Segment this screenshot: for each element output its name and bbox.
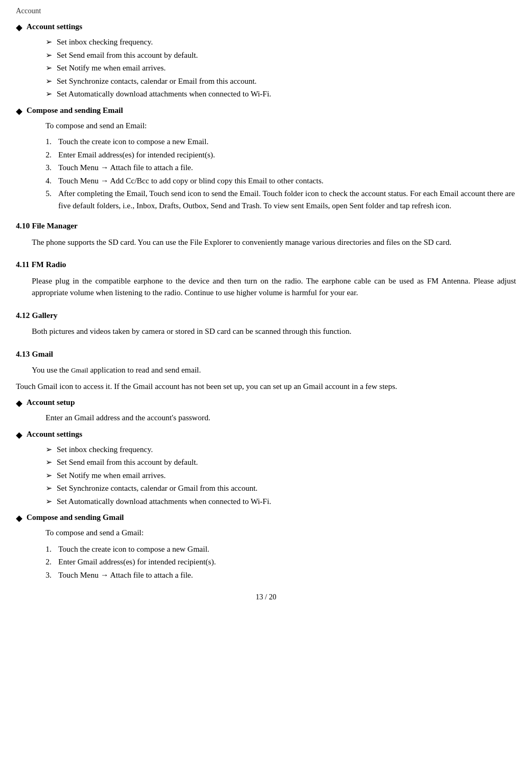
top-label: Account: [16, 5, 516, 16]
fm-radio-heading: 4.11 FM Radio: [16, 252, 516, 273]
compose-email-section: ◆ Compose and sending Email: [16, 104, 516, 118]
account-settings-title-1: Account settings: [26, 21, 82, 33]
list-text: Set Automatically download attachments w…: [57, 88, 271, 100]
list-text: Set Send email from this account by defa…: [57, 456, 198, 468]
section-title: Gmail: [32, 348, 53, 360]
diamond-icon-1: ◆: [16, 21, 22, 34]
list-item: 1.Touch the create icon to compose a new…: [46, 543, 516, 555]
account-settings-list-2: ➢Set inbox checking frequency. ➢Set Send…: [46, 444, 516, 508]
step-text: After completing the Email, Touch send i…: [58, 188, 516, 211]
section-title: FM Radio: [31, 259, 66, 271]
step-text: Touch the create icon to compose a new G…: [58, 543, 209, 555]
step-text: Touch Menu → Add Cc/Bcc to add copy or b…: [58, 175, 324, 187]
step-num: 1.: [46, 136, 58, 148]
page-footer: 13 / 20: [16, 591, 516, 603]
arrow-icon: ➢: [46, 470, 52, 482]
file-manager-heading: 4.10 File Manager: [16, 214, 516, 234]
arrow-icon: ➢: [46, 49, 52, 61]
step-num: 3.: [46, 162, 58, 174]
account-setup-section: ◆ Account setup: [16, 396, 516, 410]
list-item: ➢Set Notify me when email arrives.: [46, 62, 516, 74]
gallery-para: Both pictures and videos taken by camera…: [32, 325, 516, 338]
list-item: 1.Touch the create icon to compose a new…: [46, 136, 516, 148]
compose-email-intro: To compose and send an Email:: [46, 120, 516, 132]
list-item: 4.Touch Menu → Add Cc/Bcc to add copy or…: [46, 175, 516, 187]
list-item: ➢Set Notify me when email arrives.: [46, 470, 516, 482]
arrow-icon: ➢: [46, 456, 52, 468]
file-manager-para: The phone supports the SD card. You can …: [32, 236, 516, 249]
arrow-icon: ➢: [46, 482, 52, 494]
list-text: Set inbox checking frequency.: [57, 444, 153, 456]
list-item: ➢Set Send email from this account by def…: [46, 49, 516, 61]
list-item: ➢Set Send email from this account by def…: [46, 456, 516, 468]
diamond-icon-4: ◆: [16, 429, 22, 441]
diamond-icon-2: ◆: [16, 105, 22, 118]
list-item: 3.Touch Menu → Attach file to attach a f…: [46, 569, 516, 581]
list-item: 2.Enter Gmail address(es) for intended r…: [46, 556, 516, 568]
gmail-para-1: You use the Gmail application to read an…: [32, 364, 516, 376]
list-item: 5.After completing the Email, Touch send…: [46, 188, 516, 211]
gmail-para-2: Touch Gmail icon to access it. If the Gm…: [16, 381, 516, 393]
step-num: 4.: [46, 175, 58, 187]
step-num: 2.: [46, 149, 58, 161]
account-setup-intro: Enter an Gmail address and the account's…: [46, 412, 516, 424]
step-text: Touch Menu → Attach file to attach a fil…: [58, 569, 193, 581]
step-text: Enter Email address(es) for intended rec…: [58, 149, 215, 161]
step-num: 5.: [46, 188, 58, 200]
arrow-icon: ➢: [46, 444, 52, 456]
account-settings-title-2: Account settings: [26, 428, 82, 440]
list-text: Set inbox checking frequency.: [57, 36, 153, 48]
list-item: ➢Set inbox checking frequency.: [46, 36, 516, 48]
list-text: Set Synchronize contacts, calendar or Gm…: [57, 482, 258, 494]
list-item: ➢Set Synchronize contacts, calendar or E…: [46, 75, 516, 87]
step-text: Enter Gmail address(es) for intended rec…: [58, 556, 216, 568]
list-item: ➢Set inbox checking frequency.: [46, 444, 516, 456]
list-item: ➢Set Automatically download attachments …: [46, 496, 516, 508]
gallery-heading: 4.12 Gallery: [16, 303, 516, 324]
arrow-icon: ➢: [46, 75, 52, 87]
list-item: ➢Set Automatically download attachments …: [46, 88, 516, 100]
account-settings-section-2: ◆ Account settings: [16, 428, 516, 441]
gmail-heading: 4.13 Gmail: [16, 342, 516, 363]
arrow-icon: ➢: [46, 62, 52, 74]
step-num: 3.: [46, 569, 58, 581]
section-number: 4.11: [16, 259, 29, 271]
list-text: Set Notify me when email arrives.: [57, 62, 166, 74]
step-text: Touch the create icon to compose a new E…: [58, 136, 208, 148]
list-text: Set Notify me when email arrives.: [57, 470, 166, 482]
arrow-icon: ➢: [46, 36, 52, 48]
arrow-icon: ➢: [46, 496, 52, 508]
list-text: Set Automatically download attachments w…: [57, 496, 271, 508]
compose-email-steps: 1.Touch the create icon to compose a new…: [46, 136, 516, 211]
step-num: 2.: [46, 556, 58, 568]
diamond-icon-5: ◆: [16, 512, 22, 525]
section-title: File Manager: [32, 220, 77, 232]
compose-email-title: Compose and sending Email: [26, 104, 123, 117]
account-settings-list-1: ➢Set inbox checking frequency. ➢Set Send…: [46, 36, 516, 100]
compose-gmail-title: Compose and sending Gmail: [26, 511, 124, 524]
list-text: Set Send email from this account by defa…: [57, 49, 198, 61]
list-item: 2.Enter Email address(es) for intended r…: [46, 149, 516, 161]
arrow-icon: ➢: [46, 88, 52, 100]
list-text: Set Synchronize contacts, calendar or Em…: [57, 75, 256, 87]
step-num: 1.: [46, 543, 58, 555]
compose-gmail-steps: 1.Touch the create icon to compose a new…: [46, 543, 516, 581]
section-number: 4.10: [16, 220, 30, 232]
account-setup-title: Account setup: [26, 396, 75, 409]
compose-gmail-intro: To compose and send a Gmail:: [46, 527, 516, 539]
list-item: ➢Set Synchronize contacts, calendar or G…: [46, 482, 516, 494]
diamond-icon-3: ◆: [16, 397, 22, 410]
account-settings-section-1: ◆ Account settings: [16, 21, 516, 34]
section-number: 4.13: [16, 348, 30, 360]
step-text: Touch Menu → Attach file to attach a fil…: [58, 162, 193, 174]
fm-radio-para: Please plug in the compatible earphone t…: [32, 275, 516, 299]
compose-gmail-section: ◆ Compose and sending Gmail: [16, 511, 516, 525]
section-title: Gallery: [32, 310, 57, 322]
section-number: 4.12: [16, 310, 30, 322]
list-item: 3.Touch Menu → Attach file to attach a f…: [46, 162, 516, 174]
